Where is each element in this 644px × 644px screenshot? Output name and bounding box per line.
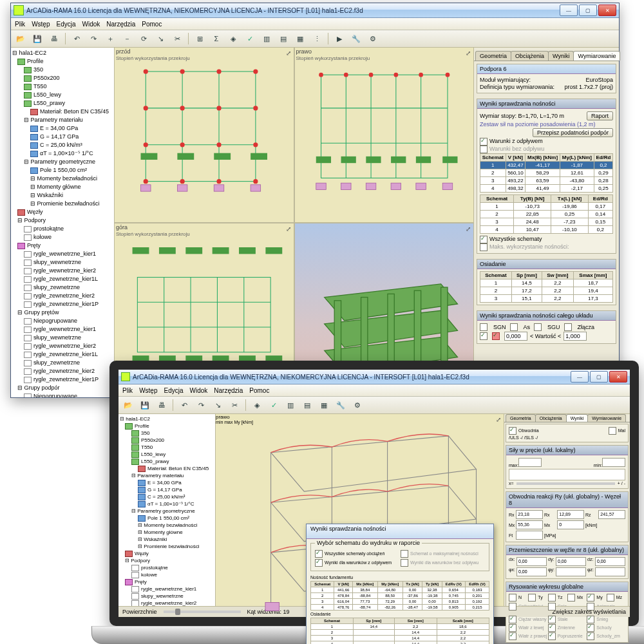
undo-icon[interactable]: ↶: [177, 398, 191, 412]
arrow-icon[interactable]: ↘: [153, 32, 167, 46]
tree-item[interactable]: ⊟ Parametry materiału: [118, 472, 215, 479]
tree-item[interactable]: rygle_wewnetrzne_kier1: [118, 585, 215, 592]
tree-item[interactable]: 350: [118, 430, 215, 437]
print-icon[interactable]: 🖶: [47, 32, 61, 46]
ok-icon[interactable]: ✓: [267, 398, 281, 412]
chk-sgn[interactable]: [480, 323, 488, 331]
box2-icon[interactable]: ▤: [300, 398, 314, 412]
tree-item[interactable]: P550x200: [11, 74, 114, 82]
open-icon[interactable]: 📂: [14, 32, 28, 46]
tree-item[interactable]: prostokątne: [11, 225, 114, 233]
tree-item[interactable]: ⊟ Momenty bezwładności: [11, 175, 114, 183]
tree-item[interactable]: Profile: [118, 422, 215, 430]
tree-item[interactable]: Węzły: [118, 550, 215, 557]
radio-bezodplyw[interactable]: [480, 146, 488, 153]
menu-pomoc[interactable]: Pomoc: [142, 21, 162, 28]
przepisz-button[interactable]: Przepisz podatności podpór: [533, 128, 613, 137]
tree-item[interactable]: L550_lewy: [118, 451, 215, 458]
menubar[interactable]: Plik Wstęp Edycja Widok Narzędzia Pomoc: [11, 18, 619, 30]
tree-item[interactable]: rygle_wewnetrzne_kier2: [11, 342, 114, 350]
arrow-icon[interactable]: ↘: [211, 398, 225, 412]
redo-icon[interactable]: ↷: [86, 32, 100, 46]
tree-item[interactable]: rygle_zewnetrzne_kier2: [11, 367, 114, 375]
more-icon[interactable]: ⋮: [310, 32, 324, 46]
tree-item[interactable]: Pole 1 550,00 cm²: [11, 166, 114, 175]
tree-item[interactable]: rygle_wewnetrzne_kier2: [118, 600, 215, 606]
undo-icon[interactable]: ↶: [70, 32, 84, 46]
box3-icon[interactable]: ▦: [317, 398, 331, 412]
tree-item[interactable]: L550_prawy: [11, 99, 114, 108]
calc-icon[interactable]: Σ: [209, 32, 223, 46]
tree-item[interactable]: rygle_wewnetrzne_kier1: [11, 250, 114, 258]
tree-item[interactable]: Materiał: Beton EN C35/45: [118, 465, 215, 472]
zoom-plus-icon[interactable]: ＋: [103, 32, 117, 46]
tree-item[interactable]: ⊟ Parametry materiału: [11, 116, 114, 124]
minimize-button[interactable]: —: [571, 371, 589, 383]
tree-item[interactable]: ⊟ Promienie bezwładności: [118, 543, 215, 550]
diamond-icon[interactable]: ◈: [250, 398, 264, 412]
tree-item[interactable]: słupy_wewnetrzne: [11, 334, 114, 342]
tree-item[interactable]: Niepogrupowane: [11, 392, 114, 397]
tree-item[interactable]: ⊟ Parametry geometryczne: [118, 507, 215, 515]
dialog-title[interactable]: Wyniki sprawdzania nośności: [307, 524, 493, 539]
tree-item[interactable]: Materiał: Beton EN C35/45: [11, 108, 114, 116]
tab-wymiarowanie[interactable]: Wymiarowanie: [573, 51, 620, 61]
gear-icon[interactable]: ⚙: [350, 398, 365, 412]
menubar-2[interactable]: PlikWstęp EdycjaWidok NarzędziaPomoc: [118, 384, 630, 397]
close-button[interactable]: ✕: [609, 371, 627, 383]
menu-wstep[interactable]: Wstęp: [32, 21, 50, 28]
val-low[interactable]: 0,000: [504, 332, 527, 341]
tree-item[interactable]: ⊟ Wskaźniki: [118, 536, 215, 543]
titlebar[interactable]: ArCADia-RAMA 16.0 Licencja dla WEWNĘTRZN…: [11, 3, 619, 18]
tab-obciazenia[interactable]: Obciążenia: [511, 51, 549, 61]
tree-item[interactable]: ⊟ hala1-EC2: [11, 49, 114, 57]
close-button[interactable]: ✕: [598, 5, 616, 16]
tree-item[interactable]: ⊟ hala1-EC2: [118, 415, 215, 422]
tree-item[interactable]: G = 14,17 GPa: [118, 486, 215, 493]
tree-item[interactable]: Pręty: [118, 578, 215, 585]
tree-item[interactable]: ⊟ Parametry geometryczne: [11, 158, 114, 166]
rotate-icon[interactable]: ⟳: [137, 32, 151, 46]
chk-maks[interactable]: [480, 243, 488, 251]
tree-item[interactable]: słupy_zewnetrzne: [11, 359, 114, 367]
project-tree-2[interactable]: ⊟ hala1-EC2Profile350P550x200T550L550_le…: [118, 414, 216, 606]
tree-item[interactable]: słupy_wewnetrzne: [118, 592, 215, 600]
open-icon[interactable]: 📂: [121, 398, 135, 412]
menu-widok[interactable]: Widok: [82, 21, 100, 28]
tree-item[interactable]: αT = 1,00×10⁻⁵ 1/°C: [11, 149, 114, 158]
tree-item[interactable]: 350: [11, 66, 114, 74]
chk-sgu[interactable]: [534, 323, 542, 331]
tree-item[interactable]: Węzły: [11, 208, 114, 216]
tree-item[interactable]: Profile: [11, 57, 114, 66]
tree-item[interactable]: ⊟ Momenty bezwładności: [118, 522, 215, 529]
tree-item[interactable]: L550_prawy: [118, 458, 215, 465]
scissors-icon[interactable]: ✂: [227, 398, 242, 412]
ok-icon[interactable]: ✓: [243, 32, 257, 46]
scissors-icon[interactable]: ✂: [170, 32, 184, 46]
tree-item[interactable]: rygle_zewnetrzne_kier1L: [11, 350, 114, 359]
tree-item[interactable]: ⊟ Momenty główne: [118, 529, 215, 536]
wrench-icon[interactable]: 🔧: [349, 32, 363, 46]
val-high[interactable]: 1,000: [564, 332, 587, 341]
panel-tabs[interactable]: Geometria Obciążenia Wyniki Wymiarowanie: [474, 48, 619, 61]
tree-item[interactable]: T550: [118, 444, 215, 451]
tab-wyniki[interactable]: Wyniki: [548, 51, 574, 61]
tree-item[interactable]: rygle_zewnetrzne_kier1P: [11, 375, 114, 384]
zoom-minus-icon[interactable]: －: [120, 32, 134, 46]
wrench-icon[interactable]: 🔧: [334, 398, 348, 412]
menu-file[interactable]: Plik: [15, 21, 25, 28]
tree-item[interactable]: Pręty: [11, 242, 114, 250]
tree-item[interactable]: prostokątne: [118, 564, 215, 571]
save-icon[interactable]: 💾: [30, 32, 44, 46]
tree-item[interactable]: kołowe: [11, 233, 114, 242]
maximize-button[interactable]: ▢: [579, 5, 597, 16]
tab-geometria[interactable]: Geometria: [475, 51, 511, 61]
tree-item[interactable]: rygle_zewnetrzne_kier1P: [11, 300, 114, 308]
chk-zlacz[interactable]: [564, 323, 572, 331]
project-tree[interactable]: ⊟ hala1-EC2Profile350P550x200T550L550_le…: [11, 48, 115, 397]
tree-item[interactable]: C = 25,00 kN/m³: [118, 493, 215, 500]
box2-icon[interactable]: ▤: [276, 32, 290, 46]
menu-narzedzia[interactable]: Narzędzia: [106, 21, 135, 28]
menu-edycja[interactable]: Edycja: [56, 21, 75, 28]
redo-icon[interactable]: ↷: [194, 398, 208, 412]
